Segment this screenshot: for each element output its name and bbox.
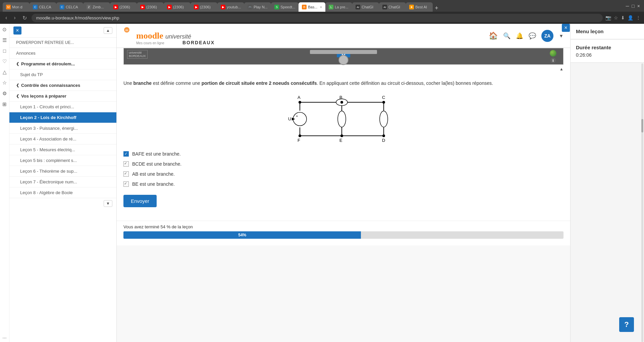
checkbox-2[interactable] (123, 161, 129, 167)
address-input[interactable] (32, 14, 603, 22)
left-icon-box[interactable]: □ (3, 48, 6, 54)
app-container: ⊙ ☰ □ ♡ △ ☆ ⚙ ⊞ ... × ▲ POWERPOINT RENTR… (0, 24, 644, 342)
back-button[interactable]: ‹ (3, 14, 9, 21)
moodle-logo: m moodle université Mes cours en ligne B… (123, 26, 215, 45)
chevron-icon-programme: ❮ (16, 62, 19, 66)
tab-label-11: Speedt... (280, 5, 295, 9)
browser-tab-16[interactable]: ★ Best AI (406, 2, 433, 12)
browser-tab-11[interactable]: S Speedt... (271, 2, 299, 12)
browser-tab-13[interactable]: L La pre... (325, 2, 352, 12)
tab-close-active[interactable]: × (320, 5, 322, 9)
browser-tab-3[interactable]: C CELCA (56, 2, 83, 12)
left-icon-star[interactable]: ☆ (2, 80, 7, 86)
download-icon[interactable]: ⬇ (621, 15, 625, 20)
forward-button[interactable]: › (12, 14, 17, 21)
user-menu-chevron[interactable]: ▼ (559, 33, 564, 39)
answer-option-2[interactable]: BCDE est une branche. (123, 161, 564, 167)
scroll-up-arrow[interactable]: ▲ (559, 67, 564, 71)
browser-tab-6[interactable]: ▶ (2306) (137, 2, 164, 12)
nav-item-lecon4[interactable]: Leçon 4 - Association de ré... (9, 134, 116, 145)
nav-item-lecon7[interactable]: Leçon 7 - Électronique num... (9, 177, 116, 187)
browser-tab-5[interactable]: ▶ (2306) (110, 2, 137, 12)
checkbox-4[interactable] (123, 181, 129, 187)
tab-favicon-3: C (60, 5, 64, 9)
nav-item-annonces[interactable]: Annonces (9, 48, 116, 59)
messages-icon[interactable]: 💬 (529, 32, 536, 40)
svg-point-22 (340, 134, 343, 137)
notifications-icon[interactable]: 🔔 (516, 32, 523, 40)
nav-item-powerpoint[interactable]: POWERPOINT RENTREE UE... (9, 38, 116, 48)
nav-scroll-down-button[interactable]: ▼ (104, 200, 112, 207)
svg-point-21 (299, 134, 301, 137)
browser-tab-9[interactable]: ▶ youtub... (217, 2, 244, 12)
browser-tab-7[interactable]: ▶ (2306) (164, 2, 191, 12)
user-avatar[interactable]: ZA (541, 30, 553, 42)
address-icons: 📷 ☆ ⬇ 👤 ⋮ (605, 15, 641, 20)
nav-item-sujet[interactable]: Sujet du TP (9, 69, 116, 80)
left-icon-home[interactable]: ⊙ (2, 26, 7, 33)
browser-tabs: M Mon d C CELCA C CELCA Z Zimb... ▶ (230… (3, 0, 624, 12)
browser-tab-14[interactable]: AI ChatGI (352, 2, 379, 12)
nav-item-controle[interactable]: ❮ Contrôle des connaissances (9, 80, 116, 91)
browser-tab-15[interactable]: AI ChatGI (379, 2, 406, 12)
answer-label-2: BCDE est une branche. (132, 161, 181, 167)
left-icon-grid[interactable]: ⊞ (2, 101, 7, 107)
new-tab-button[interactable]: + (433, 5, 440, 12)
search-icon[interactable]: 🔍 (503, 32, 511, 40)
svg-text:C: C (382, 95, 385, 100)
browser-tab-1[interactable]: M Mon d (3, 2, 30, 12)
video-progress-bar (310, 50, 377, 54)
browser-tab-4[interactable]: Z Zimb... (83, 2, 110, 12)
menu-icon[interactable]: ⋮ (636, 15, 641, 20)
nav-item-lecon3[interactable]: Leçon 3 - Puissance, énergi... (9, 123, 116, 134)
nav-item-lecon1[interactable]: Leçon 1 - Circuits et princi... (9, 102, 116, 112)
left-icon-heart[interactable]: ♡ (2, 58, 7, 64)
video-info-icon[interactable]: ℹ (550, 58, 556, 63)
svg-point-19 (340, 101, 343, 104)
browser-tab-8[interactable]: ▶ (2306) (191, 2, 217, 12)
checkbox-1[interactable] (123, 151, 129, 157)
video-ball (550, 50, 556, 57)
nav-item-lecon6[interactable]: Leçon 6 - Théorème de sup... (9, 166, 116, 177)
tab-favicon-10: 🎮 (248, 5, 252, 9)
nav-item-lecon5[interactable]: Leçon 5 - Mesures électriq... (9, 145, 116, 155)
tab-favicon-14: AI (356, 5, 360, 9)
minimize-icon[interactable]: ─ (626, 3, 629, 9)
nav-item-lecon8[interactable]: Leçon 8 - Algèbre de Boole (9, 187, 116, 198)
maximize-icon[interactable]: □ (632, 3, 634, 9)
profile-icon[interactable]: 👤 (628, 15, 633, 20)
answer-option-1[interactable]: BAFE est une branche. (123, 151, 564, 157)
nav-close-button[interactable]: × (13, 26, 21, 35)
svg-point-18 (299, 101, 301, 104)
left-icon-settings[interactable]: ⚙ (2, 91, 7, 97)
browser-tab-2[interactable]: C CELCA (30, 2, 56, 12)
help-button[interactable]: ? (619, 317, 634, 332)
star-icon[interactable]: ☆ (614, 15, 618, 20)
nav-scroll-up-button[interactable]: ▲ (104, 27, 112, 34)
left-icon-more[interactable]: ... (2, 334, 7, 339)
tab-label-9: youtub... (227, 5, 241, 9)
nav-item-programme[interactable]: ❮ Programme et déroulem... (9, 59, 116, 69)
left-icon-triangle[interactable]: △ (3, 69, 7, 75)
svg-point-7 (293, 112, 307, 126)
progress-area: Vous avez terminé 54 % de la leçon 54% (117, 221, 570, 245)
home-icon[interactable]: 🏠 (489, 32, 498, 40)
answer-option-3[interactable]: AB est une branche. (123, 171, 564, 177)
bordeaux-text: BORDEAUX (182, 40, 215, 45)
browser-tab-active[interactable]: B Bas... × (299, 2, 325, 12)
nav-item-lecons[interactable]: ❮ Vos leçons à préparer (9, 91, 116, 102)
nav-item-lecon5bis[interactable]: Leçon 5 bis : complément s... (9, 155, 116, 166)
svg-point-11 (380, 111, 388, 127)
checkbox-3[interactable] (123, 171, 129, 177)
right-panel-close-button[interactable]: × (562, 24, 570, 32)
scrollbar-thumb[interactable] (641, 119, 643, 132)
screenshot-icon[interactable]: 📷 (605, 15, 611, 20)
left-icon-menu[interactable]: ☰ (2, 37, 7, 43)
answer-option-4[interactable]: BE est une branche. (123, 181, 564, 187)
reload-button[interactable]: ↻ (20, 14, 29, 22)
submit-button[interactable]: Envoyer (123, 195, 157, 207)
browser-tab-10[interactable]: 🎮 Play N... (244, 2, 271, 12)
close-window-icon[interactable]: × (637, 3, 640, 9)
nav-item-lecon2[interactable]: Leçon 2 - Lois de Kirchhoff (9, 112, 116, 123)
svg-text:D: D (382, 138, 385, 143)
